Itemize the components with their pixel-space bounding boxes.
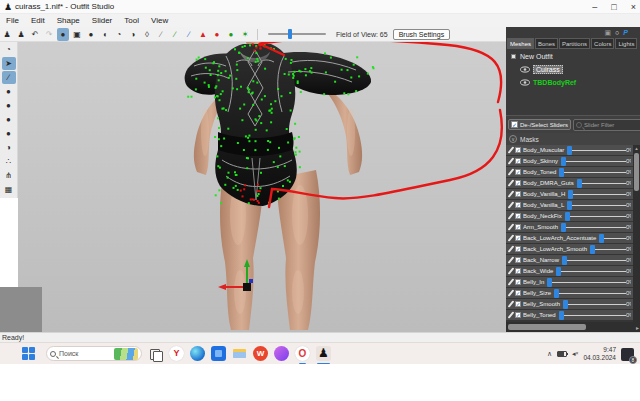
slider-thumb[interactable] [561,223,566,232]
slider-track[interactable] [559,168,626,177]
brush-settings-button[interactable]: Brush Settings [393,29,451,40]
slider-thumb[interactable] [590,245,595,254]
scroll-right-icon[interactable]: ▸ [636,324,639,331]
mesh-label-selected[interactable]: Cuirass [533,65,563,74]
visibility-eye-icon[interactable] [520,79,530,86]
slider-track[interactable] [568,190,626,199]
taskbar-search[interactable]: Поиск [46,346,142,361]
pen-blue-icon[interactable]: ∕ [183,28,195,41]
slider-thumb[interactable] [567,146,572,155]
menu-item[interactable]: Tool [118,14,145,27]
slider-checkbox[interactable]: ✓ [515,301,521,307]
edit-slider-icon[interactable] [508,190,515,197]
mute-icon[interactable]: ◂× [572,350,578,358]
menu-item[interactable]: File [0,14,25,27]
mesh-label-reference[interactable]: TBDBodyRef [533,79,576,86]
slider-checkbox[interactable]: ✓ [515,279,521,285]
slider-checkbox[interactable]: ✓ [515,180,521,186]
blue-app[interactable] [211,346,226,361]
panel-tab[interactable]: Colors [591,38,614,49]
tree-item-cuirass[interactable]: Cuirass [506,63,640,76]
edit-slider-icon[interactable] [508,278,515,285]
load-reference-icon[interactable]: ♟ [15,28,27,41]
vertex-tool-icon[interactable]: ∴ [2,155,16,168]
ring-icon[interactable]: ○ [615,27,619,38]
visibility-eye-icon[interactable] [520,66,530,73]
vertical-scrollbar[interactable]: ▴ [633,145,640,322]
undo-icon[interactable]: ↶ [29,28,41,41]
slider-track[interactable] [559,311,626,320]
redo-icon[interactable]: ↷ [43,28,55,41]
slider-thumb[interactable] [559,168,564,177]
grid-tool-icon[interactable]: ▦ [2,183,16,196]
menu-item[interactable]: Edit [25,14,51,27]
tree-root[interactable]: New Outfit [506,50,640,63]
smooth-brush-icon[interactable]: ◔ [113,28,125,41]
opera-browser[interactable]: O [295,346,310,361]
brush-tool-icon[interactable]: ∕ [2,71,16,84]
slider-thumb[interactable] [559,311,564,320]
slider-checkbox[interactable]: ✓ [515,246,521,252]
w-app[interactable]: W [253,346,268,361]
slider-thumb[interactable] [547,278,552,287]
slider-track[interactable] [565,212,626,221]
slider-thumb[interactable] [562,256,567,265]
slider-thumb[interactable] [563,300,568,309]
unmask-brush-icon[interactable]: ▣ [71,28,83,41]
panel-tab[interactable]: Bones [535,38,558,49]
slider-track[interactable] [554,289,626,298]
panel-tab[interactable]: Partitions [559,38,590,49]
slider-thumb[interactable] [599,234,604,243]
slider-track[interactable] [561,223,626,232]
edit-slider-icon[interactable] [508,146,515,153]
fov-slider-thumb[interactable] [288,29,292,39]
menu-item[interactable]: Shape [51,14,86,27]
slider-track[interactable] [590,245,626,254]
bone-tool-icon[interactable]: ⋔ [2,169,16,182]
task-view[interactable] [148,346,163,361]
battery-icon[interactable] [557,351,567,357]
close-button[interactable]: × [631,2,636,12]
panel-tab[interactable]: Meshes [507,38,534,49]
slider-track[interactable] [547,278,626,287]
edit-slider-icon[interactable] [508,223,515,230]
slider-filter-input[interactable] [584,122,640,128]
minimize-button[interactable]: – [592,2,597,12]
view-tool-icon[interactable]: ◔ [2,43,16,56]
move-tool-icon[interactable]: ● [2,127,16,140]
pin-tool-icon[interactable]: ➤ [2,57,16,70]
slider-checkbox[interactable]: ✓ [515,169,521,175]
horizontal-scrollbar[interactable]: ▸ [506,322,640,332]
slider-checkbox[interactable]: ✓ [515,290,521,296]
inflate-brush-icon[interactable]: ● [85,28,97,41]
menu-item[interactable]: View [145,14,174,27]
edit-slider-icon[interactable] [508,179,515,186]
hscrollbar-thumb[interactable] [508,324,586,330]
chevron-down-icon[interactable]: ∨ [509,135,517,143]
file-explorer[interactable] [232,346,247,361]
slider-checkbox[interactable]: ✓ [515,202,521,208]
pen-green-icon[interactable]: ∕ [169,28,181,41]
outfit-studio-app[interactable]: ♟ [316,346,331,361]
slider-track[interactable] [577,179,626,188]
menu-item[interactable]: Slider [86,14,118,27]
deflate-tool-icon[interactable]: ● [2,113,16,126]
eraser-icon[interactable]: ◊ [141,28,153,41]
masks-group-header[interactable]: ∨ Masks [506,133,640,145]
edit-slider-icon[interactable] [508,256,515,263]
slider-thumb[interactable] [556,267,561,276]
edit-slider-icon[interactable] [508,234,515,241]
edit-slider-icon[interactable] [508,168,515,175]
red-sphere-icon[interactable]: ● [211,28,223,41]
slider-track[interactable] [556,267,626,276]
panel-tab[interactable]: Lights [615,38,637,49]
scroll-up-icon[interactable]: ▴ [635,145,638,151]
collision-icon[interactable]: ▲ [197,28,209,41]
paypal-icon[interactable]: P [623,27,628,38]
slider-checkbox[interactable]: ✓ [515,224,521,230]
slider-track[interactable] [599,234,626,243]
slider-thumb[interactable] [554,289,559,298]
slider-thumb[interactable] [568,190,573,199]
edit-slider-icon[interactable] [508,300,515,307]
fov-slider[interactable] [268,29,326,39]
